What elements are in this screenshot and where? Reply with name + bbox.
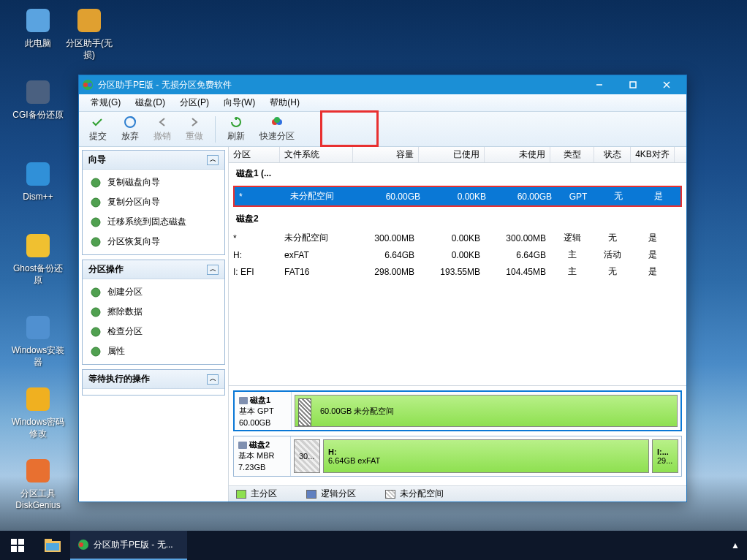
menu-常规(G)[interactable]: 常规(G): [83, 94, 128, 111]
disk-partition[interactable]: 30...: [294, 439, 320, 473]
svg-rect-0: [26, 9, 50, 32]
tray-up-icon[interactable]: ▲: [731, 540, 740, 550]
main-panel: 分区文件系统容量已使用未使用类型状态4KB对齐 磁盘1 (...*未分配空间60…: [229, 147, 686, 502]
svg-rect-6: [26, 387, 50, 411]
col-7[interactable]: 4KB对齐: [631, 147, 675, 162]
table-row[interactable]: *未分配空间300.00MB0.00KB300.00MB逻辑无是: [229, 230, 686, 246]
toolbar: 提交放弃撤销重做刷新快速分区: [79, 112, 686, 147]
svg-point-24: [91, 308, 100, 317]
close-button[interactable]: [650, 75, 683, 94]
desktop-icon-0[interactable]: 此电脑: [10, 6, 66, 50]
svg-rect-1: [77, 9, 101, 32]
start-button[interactable]: [0, 531, 35, 560]
diskbar-info: 磁盘1基本 GPT60.00GB: [235, 392, 292, 430]
highlight-annotation: [320, 110, 379, 147]
tool-discard[interactable]: 放弃: [114, 113, 146, 145]
titlebar[interactable]: 分区助手PE版 - 无损分区免费软件: [79, 75, 686, 94]
desktop-icon-7[interactable]: 分区工具DiskGenius: [10, 456, 66, 511]
system-tray[interactable]: ▲: [724, 540, 747, 550]
grid-header: 分区文件系统容量已使用未使用类型状态4KB对齐: [229, 147, 686, 163]
col-5[interactable]: 类型: [550, 147, 594, 162]
legend-item: 逻辑分区: [306, 488, 356, 500]
table-row[interactable]: *未分配空间60.00GB0.00KB60.00GBGPT无是: [235, 187, 680, 205]
sidebar: 向导︿复制磁盘向导复制分区向导迁移系统到固态磁盘分区恢复向导分区操作︿创建分区擦…: [79, 147, 229, 502]
tool-refresh[interactable]: 刷新: [220, 113, 252, 145]
panel-head[interactable]: 向导︿: [83, 151, 224, 170]
svg-rect-5: [26, 316, 50, 339]
desktop-icon-3[interactable]: Dism++: [10, 159, 66, 203]
panel-item[interactable]: 迁移系统到固态磁盘: [83, 212, 224, 232]
desktop-icon-2[interactable]: CGI备份还原: [10, 77, 66, 121]
menu-帮助(H)[interactable]: 帮助(H): [262, 94, 307, 111]
svg-rect-34: [45, 539, 52, 542]
desktop-icon-5[interactable]: Windows安装器: [10, 313, 66, 368]
svg-rect-12: [630, 82, 636, 88]
collapse-icon[interactable]: ︿: [207, 374, 219, 385]
svg-rect-30: [18, 539, 24, 545]
svg-point-37: [79, 542, 83, 547]
collapse-icon[interactable]: ︿: [207, 265, 219, 275]
task-app[interactable]: 分区助手PE版 - 无...: [70, 531, 187, 560]
minimize-button[interactable]: [583, 75, 616, 94]
panel-2: 等待执行的操作︿: [82, 369, 225, 396]
panel-head[interactable]: 等待执行的操作︿: [83, 370, 224, 389]
svg-rect-28: [238, 442, 247, 449]
svg-point-10: [88, 83, 92, 87]
disk-group-header[interactable]: 磁盘1 (...: [229, 163, 686, 184]
app-icon: [82, 79, 94, 91]
tool-puzzle[interactable]: 快速分区: [252, 113, 302, 145]
tool-redo[interactable]: 重做: [178, 113, 211, 145]
diskbar[interactable]: 磁盘2基本 MBR7.23GB30...H:6.64GB exFATI:...2…: [233, 436, 682, 477]
panel-item[interactable]: 复制分区向导: [83, 192, 224, 212]
taskbar: 分区助手PE版 - 无... ▲: [0, 531, 747, 560]
tool-check[interactable]: 提交: [82, 113, 114, 145]
svg-point-22: [91, 238, 100, 246]
svg-point-25: [91, 328, 100, 336]
panel-item[interactable]: 检查分区: [83, 322, 224, 341]
svg-rect-29: [11, 539, 17, 545]
tool-undo[interactable]: 撤销: [146, 113, 178, 145]
disk-partition[interactable]: I:...29...: [652, 439, 678, 473]
disk-list[interactable]: 磁盘1 (...*未分配空间60.00GB0.00KB60.00GBGPT无是磁…: [229, 163, 686, 385]
col-1[interactable]: 文件系统: [280, 147, 353, 162]
table-row[interactable]: I: EFIFAT16298.00MB193.55MB104.45MB主无是: [229, 263, 686, 280]
table-row[interactable]: H:exFAT6.64GB0.00KB6.64GB主活动是: [229, 246, 686, 263]
svg-point-19: [91, 178, 100, 187]
col-2[interactable]: 容量: [353, 147, 419, 162]
panel-item[interactable]: 属性: [83, 341, 224, 361]
panel-item[interactable]: 创建分区: [83, 282, 224, 302]
panel-head[interactable]: 分区操作︿: [83, 260, 224, 279]
legend-item: 主分区: [236, 488, 277, 500]
col-4[interactable]: 未使用: [485, 147, 550, 162]
col-6[interactable]: 状态: [594, 147, 631, 162]
collapse-icon[interactable]: ︿: [207, 155, 219, 165]
diskbar-area: 磁盘1基本 GPT60.00GB60.00GB 未分配空间 磁盘2基本 MBR7…: [229, 385, 686, 485]
svg-point-18: [274, 117, 280, 123]
svg-point-26: [91, 347, 100, 356]
diskbar-info: 磁盘2基本 MBR7.23GB: [234, 436, 291, 476]
svg-rect-3: [26, 162, 50, 186]
content-area: 向导︿复制磁盘向导复制分区向导迁移系统到固态磁盘分区恢复向导分区操作︿创建分区擦…: [79, 147, 686, 502]
desktop-icon-6[interactable]: Windows密码修改: [10, 385, 66, 439]
disk-partition[interactable]: 60.00GB 未分配空间: [295, 395, 678, 427]
desktop-icon-1[interactable]: 分区助手(无损): [61, 6, 117, 61]
panel-item[interactable]: 复制磁盘向导: [83, 173, 224, 192]
desktop-icon-4[interactable]: Ghost备份还原: [10, 231, 66, 286]
window-title: 分区助手PE版 - 无损分区免费软件: [98, 79, 583, 91]
task-label: 分区助手PE版 - 无...: [94, 539, 173, 551]
file-explorer-pin[interactable]: [35, 531, 70, 560]
menu-分区(P)[interactable]: 分区(P): [172, 94, 216, 111]
panel-item[interactable]: 分区恢复向导: [83, 232, 224, 251]
panel-item[interactable]: 擦除数据: [83, 302, 224, 322]
maximize-button[interactable]: [616, 75, 650, 94]
disk-group-header[interactable]: 磁盘2: [229, 208, 686, 230]
panel-0: 向导︿复制磁盘向导复制分区向导迁移系统到固态磁盘分区恢复向导: [82, 150, 225, 255]
disk-partition[interactable]: H:6.64GB exFAT: [323, 439, 649, 473]
svg-rect-2: [26, 80, 50, 104]
svg-rect-7: [26, 459, 50, 483]
menu-磁盘(D)[interactable]: 磁盘(D): [128, 94, 172, 111]
col-3[interactable]: 已使用: [419, 147, 485, 162]
col-0[interactable]: 分区: [229, 147, 280, 162]
menu-向导(W)[interactable]: 向导(W): [216, 94, 262, 111]
diskbar[interactable]: 磁盘1基本 GPT60.00GB60.00GB 未分配空间: [233, 390, 682, 431]
